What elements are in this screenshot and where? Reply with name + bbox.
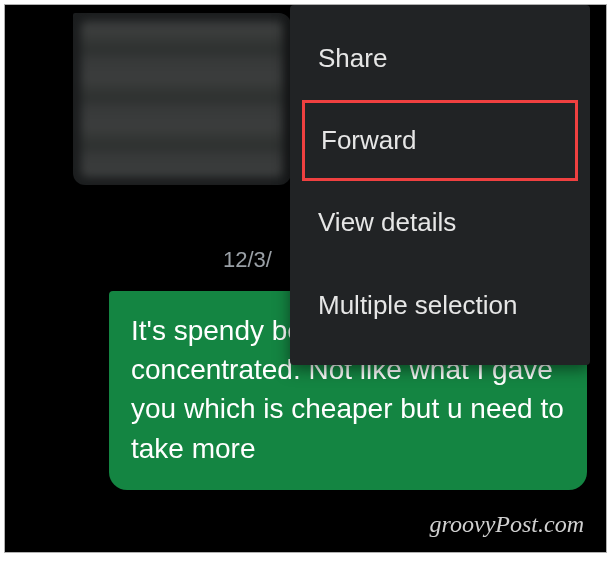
obscured-photo [81, 21, 283, 177]
menu-item-view-details[interactable]: View details [290, 181, 590, 264]
messaging-app-screenshot: 12/3/ It's spendy because it's concentra… [4, 4, 607, 553]
message-context-menu: Share Forward View details Multiple sele… [290, 5, 590, 365]
menu-item-multiple-selection[interactable]: Multiple selection [290, 264, 590, 347]
menu-item-forward[interactable]: Forward [302, 100, 578, 181]
received-image-message[interactable] [73, 13, 291, 185]
watermark-text: groovyPost.com [430, 511, 584, 538]
date-separator: 12/3/ [223, 247, 272, 273]
menu-item-share[interactable]: Share [290, 17, 590, 100]
